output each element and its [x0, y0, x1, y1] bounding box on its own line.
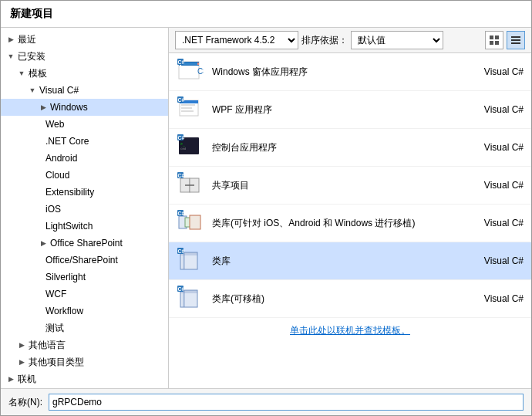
expand-icon-windows: ▶ — [38, 102, 49, 113]
svg-text:C#: C# — [178, 286, 185, 292]
sidebar-label-templates: 模板 — [29, 67, 47, 80]
svg-text:C#: C# — [178, 97, 185, 103]
template-item-windows-forms[interactable]: ■ C# C# Windows 窗体应用程序 Visual C# — [169, 53, 531, 91]
sidebar-item-silverlight[interactable]: Silverlight — [1, 269, 168, 286]
template-icon-classlib: C# — [177, 247, 204, 275]
sidebar-label-silverlight: Silverlight — [45, 272, 86, 282]
template-icon-shared: C# — [177, 171, 204, 199]
sidebar-item-lightswitch[interactable]: LightSwitch — [1, 218, 168, 235]
left-panel: ▶ 最近 ▼ 已安装 ▼ 模板 ▼ Visual C# ▶ Windows — [1, 28, 169, 388]
sidebar-item-ios[interactable]: iOS — [1, 201, 168, 218]
template-item-wpf[interactable]: C# WPF 应用程序 Visual C# — [169, 91, 531, 129]
sidebar-label-installed: 已安装 — [18, 50, 45, 63]
template-lang-classlib-portable: Visual C# — [484, 293, 524, 304]
template-name-console: 控制台应用程序 — [212, 142, 277, 153]
sidebar-item-office-sharepoint2[interactable]: Office/SharePoint — [1, 252, 168, 269]
right-toolbar: .NET Framework 4.5.2 排序依据： 默认值 — [169, 28, 531, 53]
svg-text:C#: C# — [178, 59, 185, 65]
sidebar-item-android[interactable]: Android — [1, 150, 168, 167]
main-content: ▶ 最近 ▼ 已安装 ▼ 模板 ▼ Visual C# ▶ Windows — [1, 28, 531, 388]
sidebar-label-extensibility: Extensibility — [45, 187, 94, 198]
template-name-wpf: WPF 应用程序 — [212, 104, 272, 115]
svg-text:>_: >_ — [180, 141, 186, 147]
sidebar-item-dotnet-core[interactable]: .NET Core — [1, 133, 168, 150]
name-input[interactable] — [49, 394, 524, 411]
new-project-dialog: 新建项目 ▶ 最近 ▼ 已安装 ▼ 模板 ▼ Visual C# — [0, 0, 532, 416]
template-item-portable[interactable]: C# 类库(可针对 iOS、Android 和 Windows 进行移植) Vi… — [169, 205, 531, 242]
template-item-classlib[interactable]: C# 类库 Visual C# — [169, 242, 531, 280]
expand-icon-visual-csharp: ▼ — [27, 85, 38, 96]
find-templates-link[interactable]: 单击此处以联机并查找模板。 — [290, 325, 410, 336]
sidebar-label-android: Android — [45, 153, 77, 164]
dialog-title: 新建项目 — [10, 7, 53, 19]
svg-rect-2 — [490, 41, 493, 45]
sidebar-label-lightswitch: LightSwitch — [45, 221, 93, 232]
svg-rect-11 — [197, 63, 199, 65]
template-lang-classlib: Visual C# — [484, 255, 524, 266]
template-lang-shared: Visual C# — [484, 180, 524, 191]
sidebar-item-templates[interactable]: ▼ 模板 — [1, 65, 168, 82]
sidebar-item-wcf[interactable]: WCF — [1, 286, 168, 303]
template-icon-portable: C# — [177, 209, 204, 237]
sidebar-label-dotnet-core: .NET Core — [45, 136, 89, 147]
svg-text:C#: C# — [178, 211, 185, 216]
sidebar-item-visual-csharp[interactable]: ▼ Visual C# — [1, 82, 168, 99]
sidebar-item-extensibility[interactable]: Extensibility — [1, 184, 168, 201]
template-item-shared[interactable]: C# 共享项目 Visual C# — [169, 167, 531, 205]
sidebar-label-office-sharepoint2: Office/SharePoint — [45, 255, 118, 265]
template-name-portable: 类库(可针对 iOS、Android 和 Windows 进行移植) — [212, 218, 415, 228]
template-lang-portable: Visual C# — [484, 218, 524, 228]
svg-rect-1 — [495, 36, 499, 39]
template-item-console[interactable]: >_ cmd C# 控制台应用程序 Visual C# — [169, 129, 531, 167]
sidebar-item-workflow[interactable]: Workflow — [1, 303, 168, 320]
sidebar-label-web: Web — [45, 119, 64, 130]
sidebar-label-other-project: 其他项目类型 — [29, 356, 84, 369]
view-grid-button[interactable] — [485, 31, 503, 49]
template-icon-console: >_ cmd C# — [177, 134, 204, 161]
sidebar-item-office-sharepoint[interactable]: ▶ Office SharePoint — [1, 235, 168, 252]
title-bar: 新建项目 — [1, 1, 531, 28]
svg-text:C#: C# — [197, 67, 204, 76]
template-lang-console: Visual C# — [484, 142, 524, 153]
find-templates-link-container: 单击此处以联机并查找模板。 — [169, 318, 531, 343]
svg-rect-0 — [490, 36, 493, 39]
svg-text:C#: C# — [178, 173, 185, 178]
sidebar-item-test[interactable]: 测试 — [1, 320, 168, 337]
sidebar-item-other-lang[interactable]: ▶ 其他语言 — [1, 337, 168, 353]
svg-rect-34 — [190, 215, 200, 229]
expand-icon-other-project: ▶ — [16, 357, 27, 367]
bottom-bar: 名称(N): — [1, 388, 531, 415]
svg-rect-5 — [511, 39, 520, 41]
expand-icon-other-lang: ▶ — [16, 340, 27, 350]
template-name-windows-forms: Windows 窗体应用程序 — [212, 66, 308, 77]
sidebar-item-other-project[interactable]: ▶ 其他项目类型 — [1, 353, 168, 370]
sidebar-item-cloud[interactable]: Cloud — [1, 167, 168, 184]
sidebar-item-windows[interactable]: ▶ Windows — [1, 99, 168, 116]
template-item-classlib-portable[interactable]: C# 类库(可移植) Visual C# — [169, 280, 531, 318]
framework-select[interactable]: .NET Framework 4.5.2 — [175, 31, 298, 49]
view-list-button[interactable] — [507, 31, 525, 49]
svg-text:cmd: cmd — [180, 147, 187, 151]
sidebar-item-web[interactable]: Web — [1, 116, 168, 133]
template-lang-wpf: Visual C# — [484, 104, 524, 115]
template-info-console: 控制台应用程序 — [212, 141, 478, 154]
sidebar-item-recent[interactable]: ▶ 最近 — [1, 31, 168, 48]
right-panel: .NET Framework 4.5.2 排序依据： 默认值 — [169, 28, 531, 388]
sidebar-item-installed[interactable]: ▼ 已安装 — [1, 48, 168, 65]
sidebar-label-test: 测试 — [45, 322, 64, 335]
template-info-classlib: 类库 — [212, 255, 478, 268]
template-list: ■ C# C# Windows 窗体应用程序 Visual C# — [169, 53, 531, 388]
sidebar-label-ios: iOS — [45, 204, 61, 215]
sidebar-label-workflow: Workflow — [45, 306, 83, 316]
expand-icon-online: ▶ — [5, 374, 16, 384]
sort-select[interactable]: 默认值 — [351, 31, 443, 49]
sidebar-label-office-sharepoint: Office SharePoint — [50, 238, 123, 249]
sort-label: 排序依据： — [301, 34, 348, 47]
template-icon-windows-forms: ■ C# C# — [177, 58, 204, 86]
sidebar-label-wcf: WCF — [45, 289, 66, 299]
name-label: 名称(N): — [8, 396, 42, 409]
expand-icon-office-sharepoint: ▶ — [38, 238, 49, 249]
template-name-shared: 共享项目 — [212, 180, 249, 191]
sidebar-item-online[interactable]: ▶ 联机 — [1, 370, 168, 387]
svg-rect-18 — [181, 107, 192, 109]
